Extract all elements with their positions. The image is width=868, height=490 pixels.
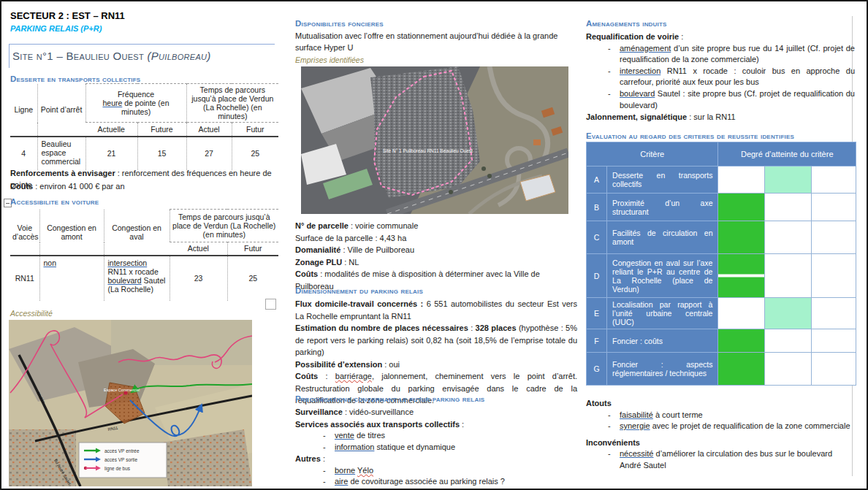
- amenagements-heading: Amenagements induits: [586, 19, 667, 28]
- evaluation-table: Critère Degré d’atteinte du critère A De…: [586, 142, 856, 386]
- jalonnement-line: Jalonnement, signalétique : sur la RN11: [586, 111, 855, 123]
- degree-cell: [718, 298, 764, 329]
- fact-line: Zonage PLU : NL: [295, 256, 577, 269]
- degree-cell: [764, 353, 811, 386]
- degree-cell: [811, 353, 856, 386]
- site-title: Site n°1 – Beaulieu Ouest: [12, 50, 147, 62]
- atouts-section: Atouts - faisabilité à court terme - syn…: [586, 397, 855, 471]
- left-column: SECTEUR 2 : EST – RN11 PARKING RELAIS (P…: [9, 1, 281, 489]
- site-title-box: Site n°1 – Beaulieu Ouest (Puilboreau): [9, 44, 275, 68]
- desserte-heading: Desserte en transports collectifs: [10, 74, 140, 83]
- estimation-paragraph: Estimation du nombre de places nécessair…: [295, 322, 577, 359]
- degree-cell: [764, 329, 811, 353]
- fact-line: N° de parcelle : voirie communale: [295, 220, 577, 232]
- sector-title: SECTEUR 2 : EST – RN11: [10, 10, 125, 21]
- disponibilites-intro: Mutualisation avec l’offre en stationnem…: [295, 31, 577, 54]
- right-column: Amenagements induits Requalification de …: [586, 1, 855, 489]
- desserte-table: Ligne Point d’arrêt Fréquence heure de p…: [10, 83, 278, 170]
- degree-cell: [718, 166, 764, 194]
- table-row: G Foncier : aspects réglementaires / tec…: [587, 353, 856, 386]
- emprises-aerial-photo: Site N° 1 Puilboreau RN11 Beaulieu Ouest: [301, 66, 568, 214]
- degree-cell: [764, 194, 811, 221]
- table-row: F Foncier : coûts: [587, 329, 856, 353]
- degree-cell: [718, 254, 764, 298]
- table-row: E Localisation par rapport à l’unité urb…: [587, 298, 856, 329]
- surveillance-line: Surveillance : vidéo-surveillance: [295, 406, 577, 418]
- services-line: Services associés aux transports collect…: [295, 418, 577, 431]
- dimensionnement-heading: Dimensionnement du parking relais: [295, 286, 423, 295]
- requalification-line: Requalification de voirie :: [586, 31, 855, 43]
- col-temps-parcours: Temps de parcours jusqu’à place de Verdu…: [170, 210, 278, 242]
- list-item: - information statique et dynamique: [295, 442, 577, 453]
- table-row: 4 Beaulieu espace commercial 21 15 27 25: [10, 137, 278, 170]
- document-page: SECTEUR 2 : EST – RN11 PARKING RELAIS (P…: [0, 0, 868, 490]
- atouts-heading: Atouts: [586, 397, 855, 410]
- fact-line: Domanialité : Ville de Puilboreau: [295, 244, 577, 256]
- list-item: - borne Yélo: [295, 465, 577, 477]
- degree-cell: [718, 353, 764, 386]
- parcel-facts: N° de parcelle : voirie communale Surfac…: [295, 220, 577, 292]
- table-row: D Congestion en aval sur l’axe reliant l…: [587, 254, 856, 298]
- couts-note: Coûts : environ 41 000 € par an: [10, 181, 278, 193]
- evaluation-heading: Evaluation au regard des criteres de reu…: [586, 131, 794, 140]
- preconisations-heading: Preconisations concernant le futur parki…: [295, 394, 484, 403]
- degree-cell: [811, 329, 856, 353]
- list-item: - synergie avec le projet de requalifica…: [586, 421, 855, 432]
- extension-paragraph: Possibilité d’extension : oui: [295, 359, 577, 371]
- degree-cell: [811, 221, 856, 254]
- table-row: RN11 non intersection RN11 x rocade boul…: [10, 256, 278, 301]
- inconvenients-heading: Inconvénients: [586, 437, 855, 449]
- col-ligne: Ligne: [10, 84, 37, 137]
- legend-entry-label: accès VP entrée: [104, 448, 140, 453]
- list-item: - intersection RN11 x rocade : couloir b…: [586, 66, 855, 88]
- degree-cell: [764, 298, 811, 329]
- site-title-commune: (Puilboreau): [147, 50, 210, 62]
- col-congestion-amont: Congestion en amont: [39, 210, 104, 256]
- site-photo-label: Site N° 1 Puilboreau RN11 Beaulieu Ouest: [383, 148, 473, 153]
- degree-cell: [764, 166, 811, 194]
- degree-cell: [811, 298, 856, 329]
- degree-cell: [764, 254, 811, 298]
- flux-paragraph: Flux domicile-travail concernés : 6 551 …: [295, 298, 577, 322]
- list-item: - faisabilité à court terme: [586, 410, 855, 421]
- col-point-arret: Point d’arrêt: [37, 84, 85, 137]
- list-item: - vente de titres: [295, 430, 577, 442]
- middle-column: Disponibilites foncieres Mutualisation a…: [295, 1, 577, 489]
- autres-line: Autres :: [295, 453, 577, 465]
- degree-cell: [718, 194, 764, 221]
- fact-line: Surface de la parcelle : 4,43 ha: [295, 232, 577, 245]
- list-item: - boulevard Sautel : site propre bus (Cf…: [586, 88, 855, 111]
- col-critere: Critère: [587, 142, 718, 166]
- amenagements-body: Requalification de voirie : - aménagemen…: [586, 31, 855, 123]
- table-row: C Facilités de circulation en amont: [587, 221, 856, 254]
- disponibilites-heading: Disponibilites foncieres: [295, 19, 384, 28]
- degree-cell: [811, 166, 856, 194]
- map-legend: accès VP entrée accès VP sortie ligne de…: [79, 443, 167, 478]
- accessibility-map: RN237 Bd André Sautel RN11 Espace Commer…: [9, 320, 252, 486]
- list-item: - aire de covoiturage associée au parkin…: [295, 476, 577, 488]
- accessibilite-table: Voie d’accès Congestion en amont Congest…: [10, 209, 278, 301]
- accessibilite-heading: Accessibilite en voiture: [10, 197, 99, 206]
- preconisations-body: Surveillance : vidéo-surveillance Servic…: [295, 406, 577, 488]
- degree-cell: [718, 221, 764, 254]
- col-temps-parcours: Temps de parcours jusqu’à place de Verdu…: [186, 84, 278, 123]
- degree-cell: [811, 254, 856, 298]
- dimensionnement-body: Flux domicile-travail concernés : 6 551 …: [295, 298, 577, 407]
- degree-cell: [811, 194, 856, 221]
- degree-cell: [764, 221, 811, 254]
- list-item: - aménagement d’un site propre bus rue d…: [586, 43, 855, 66]
- table-row: B Proximité d’un axe structurant: [587, 194, 856, 221]
- legend-exit-label: accès VP sortie: [104, 457, 137, 462]
- accessibility-map-label: Accessibilité: [10, 309, 53, 318]
- table-row: A Desserte en transports collectifs: [587, 166, 856, 194]
- espace-commercial-label: Espace Commercial: [104, 388, 140, 392]
- col-voie-acces: Voie d’accès: [10, 210, 39, 256]
- parking-relais-subtitle: PARKING RELAIS (P+R): [10, 24, 102, 33]
- emprises-label: Emprises identifiées: [295, 55, 364, 64]
- degree-cell: [718, 329, 764, 353]
- col-frequence: Fréquence heure de pointe (en minutes): [85, 84, 186, 123]
- object-anchor-checkbox[interactable]: [265, 299, 276, 310]
- col-degre: Degré d’atteinte du critère: [718, 142, 856, 166]
- list-item: - nécessité d’améliorer la circulation d…: [586, 448, 855, 471]
- col-congestion-aval: Congestion en aval: [104, 210, 170, 256]
